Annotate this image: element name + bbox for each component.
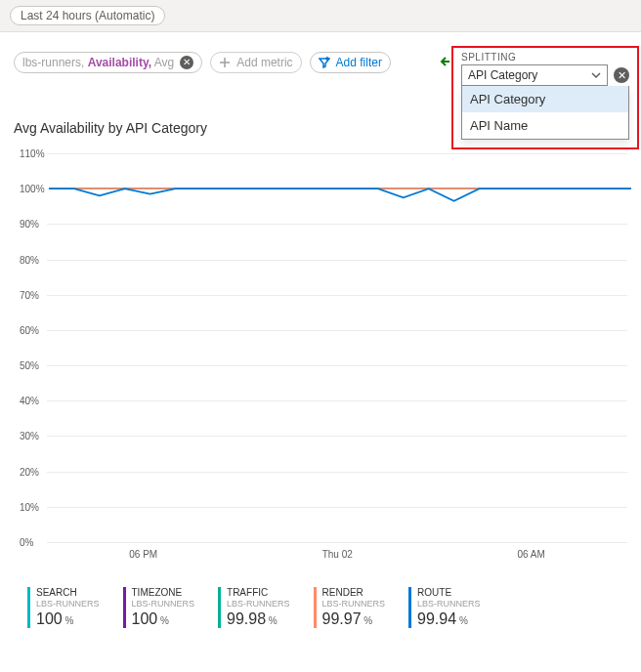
series-line (49, 189, 631, 201)
splitting-dropdown: API Category API Name (461, 86, 629, 140)
metric-agg: Avg (154, 56, 174, 69)
chevron-down-icon (591, 70, 601, 80)
legend-item[interactable]: TIMEZONELBS-RUNNERS100 % (123, 587, 195, 628)
legend-row: SEARCHLBS-RUNNERS100 %TIMEZONELBS-RUNNER… (0, 587, 641, 642)
chart-xtick: 06 PM (129, 549, 157, 560)
chart-xtick: Thu 02 (322, 549, 353, 560)
legend-item[interactable]: TRAFFICLBS-RUNNERS99.98 % (218, 587, 290, 628)
chart-ytick: 90% (20, 219, 45, 230)
filter-icon (319, 57, 330, 68)
splitting-option[interactable]: API Name (462, 112, 628, 139)
chart-xtick: 06 AM (517, 549, 544, 560)
chart-plot (47, 147, 633, 542)
splitting-selected: API Category (468, 68, 537, 82)
metric-pill[interactable]: lbs-runners, Availability, Avg ✕ (14, 52, 202, 73)
content: lbs-runners, Availability, Avg ✕ Add met… (0, 32, 641, 587)
legend-series-value: 100 % (36, 609, 100, 628)
chart-ytick: 40% (20, 396, 45, 406)
add-metric-button[interactable]: Add metric (210, 52, 301, 73)
chart-ytick: 50% (20, 360, 45, 371)
chart-ytick: 0% (20, 537, 45, 548)
clear-splitting-icon[interactable]: ✕ (614, 67, 629, 83)
chart-area: 110%100%90%80%70%60%50%40%30%20%10%0%06 … (20, 147, 627, 577)
legend-series-resource: LBS-RUNNERS (227, 599, 290, 609)
legend-series-name: TIMEZONE (132, 587, 195, 599)
chart-ytick: 60% (20, 324, 45, 335)
add-filter-button[interactable]: Add filter (310, 52, 391, 73)
legend-series-resource: LBS-RUNNERS (36, 599, 100, 609)
legend-item[interactable]: ROUTELBS-RUNNERS99.94 % (408, 587, 481, 628)
legend-series-name: ROUTE (417, 587, 481, 599)
splitting-label: SPLITTING (461, 52, 629, 63)
legend-color-bar (314, 587, 317, 628)
legend-item[interactable]: RENDERLBS-RUNNERS99.97 % (314, 587, 386, 628)
time-range-pill[interactable]: Last 24 hours (Automatic) (10, 6, 165, 25)
legend-series-resource: LBS-RUNNERS (132, 599, 195, 609)
legend-color-bar (218, 587, 221, 628)
chart-ytick: 80% (20, 254, 45, 265)
add-filter-label: Add filter (336, 56, 382, 69)
collapse-split-icon[interactable] (438, 55, 451, 71)
legend-item[interactable]: SEARCHLBS-RUNNERS100 % (27, 587, 100, 628)
legend-color-bar (27, 587, 30, 628)
chart-ytick: 70% (20, 289, 45, 300)
remove-metric-icon[interactable]: ✕ (180, 56, 193, 69)
splitting-option[interactable]: API Category (462, 86, 628, 112)
top-bar: Last 24 hours (Automatic) (0, 0, 641, 32)
chart-ytick: 100% (20, 184, 45, 194)
chart-xticks: 06 PMThu 0206 AM (47, 549, 627, 560)
plus-icon (219, 57, 231, 68)
chart-gridline (47, 542, 627, 543)
legend-series-name: SEARCH (36, 587, 100, 599)
splitting-panel: SPLITTING API Category ✕ API Category AP… (451, 46, 639, 149)
metric-resource: lbs-runners, (22, 56, 84, 69)
chart-ytick: 110% (20, 148, 45, 159)
legend-series-value: 99.97 % (322, 609, 386, 628)
add-metric-label: Add metric (236, 56, 292, 69)
legend-color-bar (408, 587, 411, 628)
legend-series-resource: LBS-RUNNERS (322, 599, 386, 609)
legend-series-name: RENDER (322, 587, 386, 599)
chart-ytick: 20% (20, 466, 45, 477)
legend-series-value: 99.94 % (417, 609, 481, 628)
toolbar: lbs-runners, Availability, Avg ✕ Add met… (14, 46, 627, 79)
legend-series-resource: LBS-RUNNERS (417, 599, 481, 609)
legend-series-name: TRAFFIC (227, 587, 290, 599)
legend-color-bar (123, 587, 126, 628)
metric-name: Availability, (88, 56, 151, 69)
chart-ytick: 10% (20, 501, 45, 512)
legend-series-value: 100 % (132, 609, 195, 628)
splitting-select[interactable]: API Category (461, 64, 608, 86)
chart-ytick: 30% (20, 431, 45, 441)
legend-series-value: 99.98 % (227, 609, 290, 628)
